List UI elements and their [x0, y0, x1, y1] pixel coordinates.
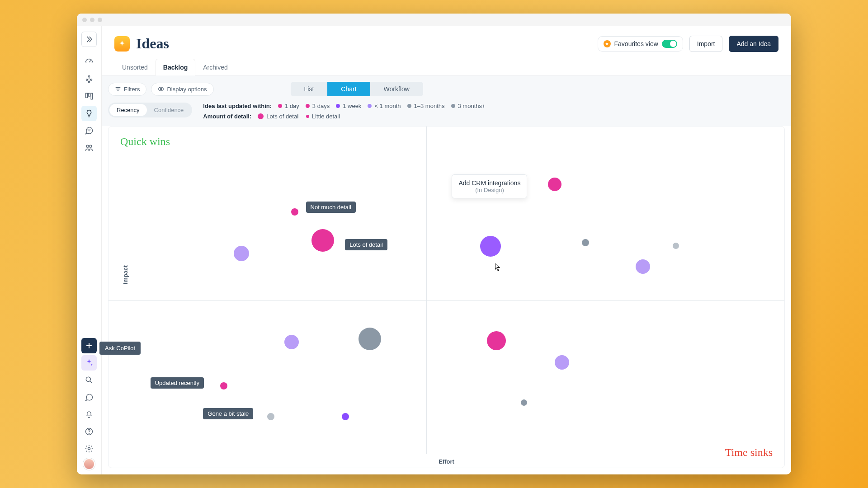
idea-bubble[interactable] — [291, 208, 298, 216]
x-axis-label: Effort — [439, 458, 454, 465]
user-avatar[interactable] — [83, 458, 95, 470]
tab-backlog[interactable]: Backlog — [156, 59, 195, 75]
svg-point-12 — [88, 448, 90, 450]
page-header: Ideas ★ Favourites view Import Add an Id… — [102, 26, 791, 58]
favourites-view-toggle[interactable]: ★ Favourites view — [598, 36, 683, 52]
nodes-icon — [85, 75, 94, 84]
y-axis-label: Impact — [122, 265, 129, 284]
idea-bubble[interactable] — [582, 239, 589, 246]
svg-rect-5 — [88, 93, 90, 96]
svg-rect-6 — [91, 93, 92, 99]
svg-point-7 — [86, 145, 89, 147]
gear-icon — [85, 444, 94, 453]
star-icon: ★ — [604, 40, 611, 47]
svg-point-11 — [89, 433, 90, 434]
filter-icon — [115, 86, 121, 92]
nav-people[interactable] — [81, 140, 97, 155]
help-icon — [85, 427, 94, 436]
kanban-icon — [85, 92, 94, 101]
eye-icon — [158, 86, 164, 92]
lightbulb-icon — [85, 109, 94, 118]
tab-archived[interactable]: Archived — [195, 59, 235, 75]
tooltip-not-much-detail: Not much detail — [306, 202, 356, 213]
tooltip-lots-of-detail: Lots of detail — [345, 239, 387, 250]
idea-bubble[interactable] — [220, 382, 227, 389]
cursor-icon — [495, 263, 501, 272]
sidebar-help[interactable] — [81, 424, 97, 439]
idea-bubble[interactable] — [284, 335, 299, 349]
idea-bubble[interactable] — [555, 355, 569, 370]
legend-1-3months: 1–3 months — [407, 103, 445, 109]
page-title: Ideas — [136, 35, 169, 52]
mode-confidence[interactable]: Confidence — [147, 104, 191, 116]
sidebar: Ask CoPilot — [77, 26, 102, 474]
nav-dashboard[interactable] — [81, 54, 97, 70]
idea-bubble[interactable] — [342, 413, 349, 420]
search-icon — [85, 375, 94, 385]
legend-recency-label: Idea last updated within: — [203, 103, 272, 109]
scatter-chart[interactable]: Quick wins Time sinks Effort Impact — [108, 126, 785, 468]
nav-ideas[interactable] — [81, 106, 97, 121]
sidebar-add-button[interactable] — [81, 338, 97, 353]
filters-button[interactable]: Filters — [108, 83, 146, 96]
svg-point-0 — [88, 76, 90, 77]
plus-icon — [85, 341, 94, 350]
legend: Idea last updated within: 1 day 3 days 1… — [203, 103, 485, 120]
sidebar-search[interactable] — [81, 372, 97, 388]
sidebar-expand-button[interactable] — [81, 32, 97, 47]
legend-1week: 1 week — [336, 103, 361, 109]
traffic-light-min[interactable] — [90, 18, 94, 22]
legend-detail-label: Amount of detail: — [203, 113, 251, 120]
mode-switch: Recency Confidence — [108, 103, 192, 117]
nav-boards[interactable] — [81, 89, 97, 104]
sidebar-comments[interactable] — [81, 389, 97, 405]
svg-point-9 — [86, 377, 90, 381]
idea-bubble[interactable] — [521, 399, 527, 406]
legend-3months: 3 months+ — [451, 103, 486, 109]
traffic-light-max[interactable] — [98, 18, 102, 22]
nav-network[interactable] — [81, 71, 97, 87]
sidebar-settings[interactable] — [81, 441, 97, 456]
idea-bubble[interactable] — [548, 178, 561, 191]
chart-horizontal-divider — [108, 300, 784, 301]
ideas-app-icon — [114, 36, 130, 52]
idea-bubble[interactable] — [311, 229, 334, 252]
svg-rect-4 — [86, 93, 88, 98]
copilot-tooltip: Ask CoPilot — [99, 342, 141, 355]
quadrant-time-sinks: Time sinks — [725, 446, 773, 459]
filters-label: Filters — [124, 86, 140, 93]
sidebar-copilot-button[interactable] — [81, 355, 97, 371]
tooltip-gone-stale: Gone a bit stale — [203, 408, 253, 419]
idea-bubble[interactable] — [636, 259, 650, 274]
add-idea-button[interactable]: Add an Idea — [729, 36, 778, 52]
sparkle-icon — [85, 358, 94, 367]
legend-1day: 1 day — [278, 103, 299, 109]
popup-status: (In Design) — [458, 187, 520, 193]
bell-icon — [85, 410, 94, 419]
import-button[interactable]: Import — [689, 36, 723, 52]
view-workflow[interactable]: Workflow — [370, 82, 423, 96]
traffic-light-close[interactable] — [82, 18, 87, 22]
legend-little-detail: Little detail — [306, 113, 340, 120]
window-titlebar — [77, 14, 791, 26]
sidebar-notifications[interactable] — [81, 407, 97, 422]
svg-point-8 — [90, 145, 92, 147]
favourites-label: Favourites view — [614, 40, 658, 47]
gauge-icon — [85, 57, 94, 66]
idea-bubble[interactable] — [359, 328, 381, 350]
view-list[interactable]: List — [291, 82, 328, 96]
legend-1month: < 1 month — [368, 103, 401, 109]
display-options-button[interactable]: Display options — [151, 83, 213, 96]
idea-bubble[interactable] — [673, 243, 679, 249]
idea-bubble[interactable] — [487, 331, 506, 350]
view-chart[interactable]: Chart — [327, 82, 370, 96]
chevron-double-right-icon — [85, 35, 94, 44]
idea-bubble[interactable] — [267, 413, 274, 420]
nav-feedback[interactable] — [81, 123, 97, 138]
idea-bubble[interactable] — [234, 246, 249, 261]
idea-bubble-crm[interactable] — [480, 236, 501, 257]
favourites-switch[interactable] — [662, 40, 677, 48]
mode-recency[interactable]: Recency — [109, 104, 147, 116]
toolbar: Filters Display options List Chart Workf… — [102, 75, 791, 126]
tab-unsorted[interactable]: Unsorted — [114, 59, 156, 75]
